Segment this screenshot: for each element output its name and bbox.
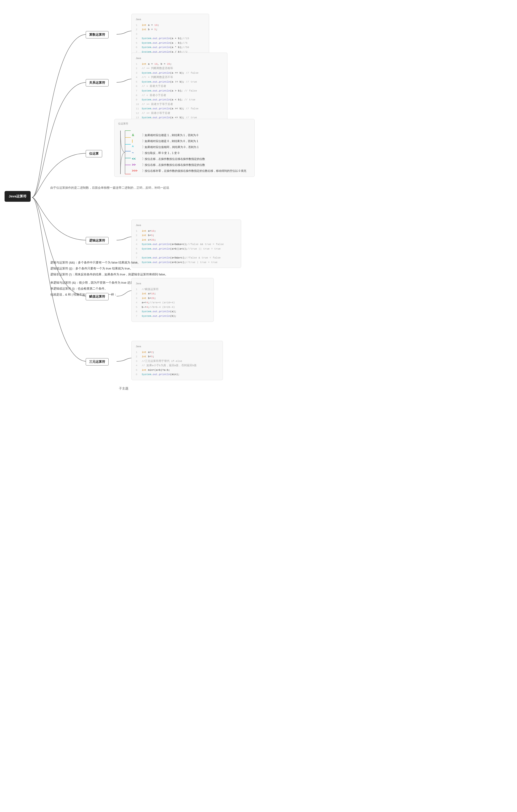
bitwise-branch: 位运算 xyxy=(86,150,102,157)
bit-row-urshift: >>> } 按位右移补零，左操作数的值按右操作数指定的位数右移，移动得到的空位以… xyxy=(132,169,251,173)
ternary-lang: Java xyxy=(136,344,218,349)
relational-branch: 关系运算符 xyxy=(86,79,109,86)
bit-row-not: ~ } 按位取反，即 0 变 1，1 变 0 xyxy=(132,151,251,155)
bitwise-note: 由于位运算操作的是二进制数，后面会单独整一篇连带二进制的，正码，反码，补码一起说 xyxy=(50,185,169,191)
mind-map: Java运算符 算数运算符 Java 1int a = 10; 2int b =… xyxy=(5,5,256,405)
logical-lang: Java xyxy=(136,223,237,227)
ternary-code: Java 1int a=2; 2int b=5; 3//三元运算符用于替代 if… xyxy=(131,341,223,380)
bitwise-table: 位运算符 & } 如果相对应位都是 1，则结果为 1，否则为 0 xyxy=(114,119,254,177)
bit-row-or: | } 如果相对应位都是 0，则结果为 0，否则为 1 xyxy=(132,139,251,143)
ternary-branch: 三元运算符 xyxy=(86,358,109,366)
bit-row-and: & } 如果相对应位都是 1，则结果为 1，否则为 0 xyxy=(132,133,251,137)
arithmetic-lang: Java xyxy=(136,17,205,22)
assignment-branch: 赋值运算符 xyxy=(86,293,109,300)
bit-row-xor: ^ } 如果相对应位值相同，则结果为 0，否则为 1 xyxy=(132,145,251,149)
assignment-lang: Java xyxy=(136,281,209,286)
bottom-label: 子主题 xyxy=(119,386,128,391)
bit-row-rshift: >> } 按位右移，左操作数按位右移右操作数指定的位数 xyxy=(132,163,251,167)
center-label: Java运算符 xyxy=(9,194,27,198)
center-node: Java运算符 xyxy=(5,191,31,202)
logical-branch: 逻辑运算符 xyxy=(86,237,109,244)
bitwise-title-label: 位运算符 xyxy=(118,122,251,125)
bit-row-lshift: << } 按位左移，左操作数按位左移右操作数指定的位数 xyxy=(132,157,251,161)
arithmetic-branch: 算数运算符 xyxy=(86,31,109,38)
relational-lang: Java xyxy=(136,56,223,60)
relational-code: Java 1int a = 10, b = 20; 2// == 判断两数是否相… xyxy=(131,53,227,123)
assignment-code: Java 1//赋值运算符 2int a=10; 3int b=20; 4a+=… xyxy=(131,278,214,322)
